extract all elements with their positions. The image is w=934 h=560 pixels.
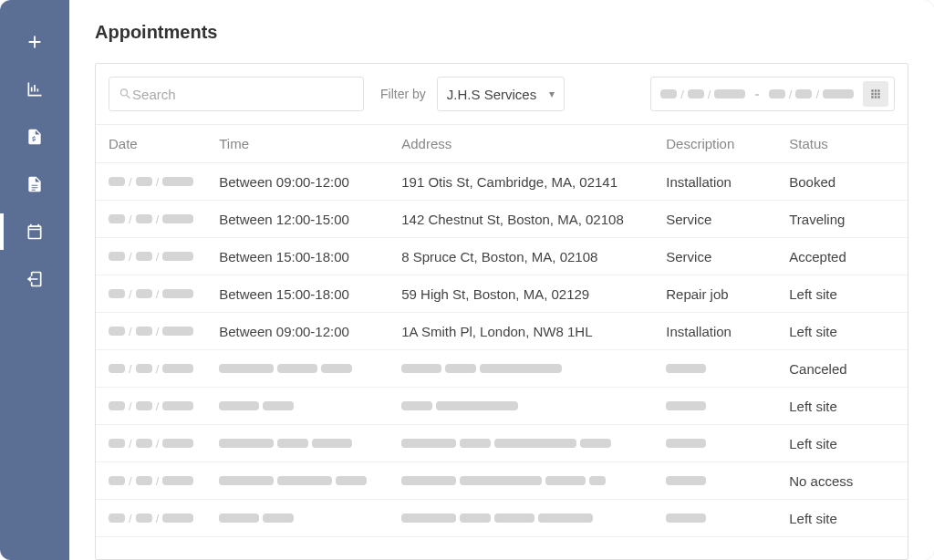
cell-address: 142 Chestnut St, Boston, MA, 02108 [389, 201, 653, 238]
redacted-text [401, 472, 640, 489]
cell-status: Traveling [776, 201, 908, 238]
cell-time [206, 350, 389, 388]
cell-time: Between 12:00-15:00 [206, 201, 389, 238]
redacted-text [666, 510, 763, 526]
filter-selected-value: J.H.S Services [447, 87, 536, 102]
table-row[interactable]: //Between 12:00-15:00142 Chestnut St, Bo… [96, 201, 908, 238]
search-input[interactable] [132, 87, 354, 102]
table-row[interactable]: //Left site [96, 500, 908, 537]
cell-date: // [96, 163, 206, 201]
redacted-text [219, 398, 376, 414]
logout-icon [26, 270, 44, 288]
sidebar-logout[interactable] [0, 255, 69, 303]
table-row[interactable]: //Between 09:00-12:001A Smith Pl, London… [96, 313, 908, 350]
col-header-description[interactable]: Description [653, 125, 776, 163]
plus-icon [25, 32, 45, 52]
cell-status: No access [776, 462, 908, 500]
cell-date: // [96, 313, 206, 350]
cell-address: 8 Spruce Ct, Boston, MA, 02108 [389, 238, 653, 275]
cell-status: Canceled [776, 350, 908, 388]
cell-address [389, 388, 653, 425]
cell-date: // [96, 201, 206, 238]
cell-description [653, 425, 776, 462]
redacted-text [401, 510, 640, 526]
filter-select[interactable]: J.H.S Services ▾ [437, 77, 565, 111]
date-range-separator: - [751, 86, 763, 102]
cell-status: Accepted [776, 238, 908, 275]
cell-time: Between 09:00-12:00 [206, 163, 389, 201]
cell-status: Left site [776, 313, 908, 350]
cell-date: // [96, 275, 206, 313]
redacted-date: // [109, 173, 193, 190]
cell-address [389, 350, 653, 388]
redacted-text [219, 435, 376, 451]
cell-address [389, 462, 653, 500]
redacted-text [666, 472, 763, 489]
table-row[interactable]: //No access [96, 462, 908, 500]
col-header-date[interactable]: Date [96, 125, 206, 163]
appointments-table: Date Time Address Description Status //B… [96, 125, 908, 537]
table-row[interactable]: //Between 15:00-18:0059 High St, Boston,… [96, 275, 908, 313]
sidebar-add-button[interactable] [0, 18, 69, 66]
redacted-date: // [109, 360, 193, 377]
cell-date: // [96, 388, 206, 425]
redacted-date: // [109, 285, 193, 302]
main-content: Appointments Filter by J.H.S Services ▾ … [69, 0, 934, 560]
cell-status: Left site [776, 275, 908, 313]
cell-date: // [96, 462, 206, 500]
table-header-row: Date Time Address Description Status [96, 125, 908, 163]
app-frame: Appointments Filter by J.H.S Services ▾ … [0, 0, 934, 560]
calendar-icon [26, 223, 44, 241]
redacted-date: // [109, 323, 193, 339]
cell-status: Left site [776, 388, 908, 425]
table-row[interactable]: //Between 15:00-18:008 Spruce Ct, Boston… [96, 238, 908, 275]
date-range-picker[interactable]: // - // [650, 77, 895, 111]
date-picker-button[interactable] [863, 81, 888, 107]
cell-time [206, 388, 389, 425]
filter-by-label: Filter by [380, 87, 426, 101]
redacted-text [401, 398, 640, 414]
cell-description [653, 500, 776, 537]
cell-time: Between 15:00-18:00 [206, 275, 389, 313]
redacted-text [219, 472, 376, 489]
redacted-text [666, 360, 763, 377]
date-range-from: // [660, 88, 745, 101]
redacted-text [401, 360, 640, 377]
page-title: Appointments [95, 22, 908, 43]
table-row[interactable]: //Left site [96, 425, 908, 462]
table-row[interactable]: //Between 09:00-12:00191 Otis St, Cambri… [96, 163, 908, 201]
chart-icon [26, 80, 44, 99]
cell-description [653, 388, 776, 425]
redacted-text [219, 360, 376, 377]
cell-time: Between 15:00-18:00 [206, 238, 389, 275]
sidebar-analytics[interactable] [0, 66, 69, 113]
grid-icon [869, 88, 882, 100]
search-field-wrap[interactable] [109, 77, 364, 111]
chevron-down-icon: ▾ [549, 88, 555, 100]
sidebar-documents[interactable] [0, 161, 69, 208]
redacted-date: // [109, 211, 193, 227]
cell-date: // [96, 350, 206, 388]
col-header-time[interactable]: Time [206, 125, 389, 163]
cell-description: Service [653, 201, 776, 238]
cell-status: Left site [776, 500, 908, 537]
cell-address [389, 425, 653, 462]
cell-status: Booked [776, 163, 908, 201]
col-header-status[interactable]: Status [776, 125, 908, 163]
cell-description: Repair job [653, 275, 776, 313]
cell-address: 1A Smith Pl, London, NW8 1HL [389, 313, 653, 350]
sidebar-appointments[interactable] [0, 208, 69, 255]
cell-time [206, 425, 389, 462]
sidebar [0, 0, 69, 560]
col-header-address[interactable]: Address [389, 125, 653, 163]
table-row[interactable]: //Canceled [96, 350, 908, 388]
invoice-icon [26, 128, 44, 146]
cell-description [653, 350, 776, 388]
table-row[interactable]: //Left site [96, 388, 908, 425]
redacted-text [219, 510, 376, 526]
sidebar-invoices[interactable] [0, 113, 69, 161]
document-icon [26, 175, 44, 193]
cell-date: // [96, 425, 206, 462]
cell-date: // [96, 500, 206, 537]
cell-time: Between 09:00-12:00 [206, 313, 389, 350]
